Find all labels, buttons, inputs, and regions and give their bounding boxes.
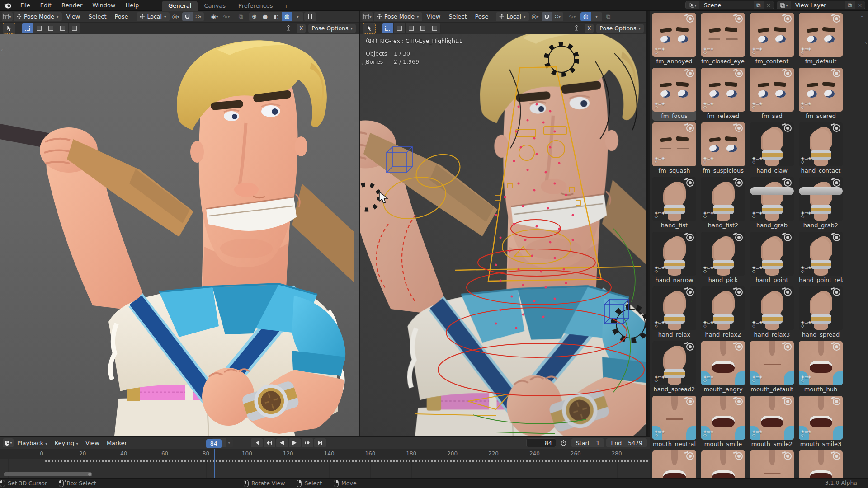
select-set-button[interactable] bbox=[382, 23, 394, 33]
transform-orientation-dropdown[interactable]: Local▾ bbox=[496, 12, 529, 21]
select-extend-button[interactable] bbox=[394, 23, 406, 33]
pose-asset[interactable]: ◈▭◈◇ fm_default bbox=[799, 13, 843, 66]
mode-dropdown[interactable]: Pose Mode▾ bbox=[14, 12, 62, 21]
pose-asset[interactable]: ◈▭◈◇ fm_annoyed bbox=[652, 13, 696, 66]
pose-asset[interactable]: ◈▭◈◇ hand_grab bbox=[750, 177, 794, 230]
pose-thumbnail[interactable]: ◈▭◈◇ bbox=[652, 396, 696, 440]
pose-asset[interactable]: ◈▭◈◇ hand_spread2 bbox=[652, 341, 696, 394]
select-intersect-button[interactable] bbox=[429, 23, 441, 33]
timeline-marker-menu[interactable]: Marker bbox=[103, 440, 131, 446]
pose-thumbnail[interactable]: ◈▭◈◇ bbox=[799, 396, 843, 440]
pose-thumbnail[interactable]: ◈▭◈◇ bbox=[799, 68, 843, 112]
view-layer-name[interactable]: View Layer bbox=[791, 2, 845, 9]
snap-settings-icon[interactable]: ∷▾ bbox=[552, 12, 563, 21]
pose-asset[interactable]: ◈▭◈◇ hand_relax2 bbox=[701, 286, 745, 339]
pose-thumbnail[interactable]: ◈▭◈◇ bbox=[652, 341, 696, 385]
pose-asset[interactable]: ◈▭◈◇ bbox=[799, 450, 843, 478]
pose-asset[interactable]: ◈▭◈◇ hand_point bbox=[750, 232, 794, 285]
pose-asset[interactable]: ◈▭◈◇ bbox=[750, 450, 794, 478]
select-set-button[interactable] bbox=[22, 23, 33, 33]
menu-window[interactable]: Window bbox=[87, 0, 120, 11]
pose-asset[interactable]: ◈▭◈◇ mouth_smile bbox=[701, 396, 745, 449]
pose-thumbnail[interactable]: ◈▭◈◇ bbox=[750, 286, 794, 330]
select-invert-button[interactable] bbox=[417, 23, 429, 33]
pivot-point-icon[interactable]: ◎▾ bbox=[170, 12, 181, 21]
current-frame-field[interactable]: 84 bbox=[526, 438, 556, 447]
clear-filter-button[interactable]: X bbox=[297, 24, 306, 33]
pose-asset[interactable]: ◈▭◈◇ hand_contact bbox=[799, 122, 843, 175]
pose-thumbnail[interactable]: ◈▭◈◇ bbox=[701, 232, 745, 276]
pose-thumbnail[interactable]: ◈▭◈◇ bbox=[701, 286, 745, 330]
playhead[interactable]: 84 bbox=[214, 449, 215, 478]
shading-rendered-icon[interactable]: ◍ bbox=[580, 12, 591, 21]
pose-asset[interactable]: ◈▭◈◇ fm_suspicious bbox=[701, 122, 745, 175]
xray-toggle-icon[interactable]: ⧉ bbox=[603, 12, 614, 21]
pose-thumbnail[interactable]: ◈▭◈◇ bbox=[750, 232, 794, 276]
select-menu[interactable]: Select bbox=[445, 13, 470, 20]
view-layer-selector[interactable]: ▾ View Layer ⧉ × bbox=[777, 1, 865, 9]
pose-asset[interactable]: ◈▭◈◇ hand_claw bbox=[750, 122, 794, 175]
tweak-tool-button[interactable] bbox=[363, 23, 376, 34]
pose-asset[interactable]: ◈▭◈◇ hand_fist2 bbox=[701, 177, 745, 230]
mode-dropdown[interactable]: Pose Mode▾ bbox=[374, 12, 422, 21]
pose-thumbnail[interactable]: ◈▭◈◇ bbox=[750, 122, 794, 166]
pose-asset[interactable]: ◈▭◈◇ fm_squash bbox=[652, 122, 696, 175]
jump-to-prev-keyframe-button[interactable] bbox=[264, 438, 275, 447]
menu-render[interactable]: Render bbox=[57, 0, 87, 11]
region-toggle-chevron[interactable]: ‹ › bbox=[361, 61, 367, 66]
editor-type-icon[interactable]: ▾ bbox=[3, 438, 14, 447]
select-intersect-button[interactable] bbox=[69, 23, 80, 33]
xray-toggle-icon[interactable]: ⧉ bbox=[236, 12, 246, 21]
timeline-scrollbar[interactable] bbox=[4, 472, 92, 476]
select-subtract-button[interactable] bbox=[45, 23, 57, 33]
tweak-tool-button[interactable] bbox=[3, 23, 15, 34]
shading-material-icon[interactable]: ◐ bbox=[271, 12, 282, 21]
pose-asset[interactable]: ◈▭◈◇ fm_closed_eyes bbox=[701, 13, 745, 66]
frame-start-field[interactable]: Start1 bbox=[571, 438, 604, 447]
pose-asset[interactable]: ◈▭◈◇ bbox=[701, 450, 745, 478]
view-menu[interactable]: View bbox=[63, 13, 84, 20]
pose-asset[interactable]: ◈▭◈◇ mouth_huh bbox=[799, 341, 843, 394]
pose-asset[interactable]: ◈▭◈◇ mouth_default bbox=[750, 341, 794, 394]
pose-thumbnail[interactable]: ◈▭◈◇ bbox=[701, 68, 745, 112]
pose-asset[interactable]: ◈▭◈◇ hand_narrow bbox=[652, 232, 696, 285]
pose-thumbnail[interactable]: ◈▭◈◇ bbox=[799, 450, 843, 478]
tab-general[interactable]: General bbox=[162, 1, 198, 11]
tab-canvas[interactable]: Canvas bbox=[198, 1, 232, 11]
auto-key-dropdown-icon[interactable]: ▾ bbox=[226, 438, 233, 447]
pose-view[interactable]: (84) RIG-rex : CTR-Eye_Highlight.L Objec… bbox=[360, 34, 646, 436]
select-menu[interactable]: Select bbox=[85, 13, 110, 20]
jump-to-start-button[interactable] bbox=[251, 438, 263, 447]
region-toggle-chevron[interactable]: ‹ bbox=[1, 47, 3, 53]
pose-thumbnail[interactable]: ◈▭◈◇ bbox=[652, 450, 696, 478]
pose-asset[interactable]: ◈▭◈◇ hand_relax3 bbox=[750, 286, 794, 339]
clear-filter-button[interactable]: X bbox=[585, 24, 594, 33]
armature-overlay-icon[interactable] bbox=[283, 24, 294, 33]
play-reverse-button[interactable] bbox=[276, 438, 288, 447]
pose-asset[interactable]: ◈▭◈◇ hand_point_relaxed bbox=[799, 232, 843, 285]
pose-asset[interactable]: ◈▭◈◇ mouth_smile2 bbox=[750, 396, 794, 449]
jump-to-next-keyframe-button[interactable] bbox=[302, 438, 313, 447]
pose-asset[interactable]: ◈▭◈◇ bbox=[652, 450, 696, 478]
pose-options-dropdown[interactable]: Pose Options▾ bbox=[596, 24, 644, 33]
editor-type-icon[interactable]: ▾ bbox=[362, 12, 373, 21]
editor-type-icon[interactable]: ▾ bbox=[2, 12, 13, 21]
proportional-editing-icon[interactable]: ◉▾ bbox=[209, 12, 220, 21]
tab-preferences[interactable]: Preferences bbox=[232, 1, 279, 11]
pose-asset[interactable]: ◈▭◈◇ hand_pick bbox=[701, 232, 745, 285]
panel-collapse-chevron[interactable]: ⌄ bbox=[860, 13, 864, 19]
shading-dropdown-icon[interactable]: ▾ bbox=[591, 12, 602, 21]
pose-options-dropdown[interactable]: Pose Options▾ bbox=[308, 24, 356, 33]
shading-dropdown-icon[interactable]: ▾ bbox=[292, 12, 303, 21]
pose-thumbnail[interactable]: ◈▭◈◇ bbox=[701, 13, 745, 57]
pose-thumbnail[interactable]: ◈▭◈◇ bbox=[750, 341, 794, 385]
view-menu[interactable]: View bbox=[423, 13, 444, 20]
pose-thumbnail[interactable]: ◈▭◈◇ bbox=[750, 13, 794, 57]
pose-thumbnail[interactable]: ◈▭◈◇ bbox=[701, 122, 745, 166]
pose-asset[interactable]: ◈▭◈◇ mouth_angry bbox=[701, 341, 745, 394]
scene-copy-icon[interactable]: ⧉ bbox=[754, 1, 764, 9]
pose-asset[interactable]: ◈▭◈◇ hand_relax bbox=[652, 286, 696, 339]
pose-thumbnail[interactable]: ◈▭◈◇ bbox=[799, 122, 843, 166]
pivot-point-icon[interactable]: ◎▾ bbox=[530, 12, 541, 21]
play-button[interactable] bbox=[289, 438, 301, 447]
